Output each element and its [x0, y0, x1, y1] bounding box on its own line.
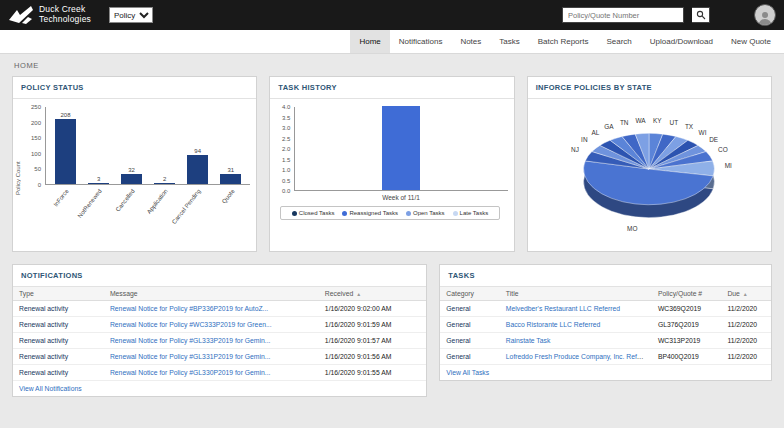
y-axis-label: Policy Count	[15, 107, 25, 249]
task-title-link[interactable]: Bacco Ristorante LLC Referred	[506, 321, 600, 328]
pie-label-mi: MI	[725, 162, 732, 169]
nav-item-home[interactable]: Home	[350, 30, 389, 53]
task-title-link[interactable]: Rainstate Task	[506, 337, 550, 344]
task-title-link[interactable]: Lofreddo Fresh Produce Company, Inc. Ref…	[506, 353, 652, 360]
cell-due: 11/2/2020	[721, 349, 771, 365]
legend-dot	[292, 211, 297, 216]
pie-label-ut: UT	[670, 119, 679, 126]
bar-inforce[interactable]	[55, 119, 76, 184]
nav-item-notifications[interactable]: Notifications	[390, 30, 452, 53]
x-tick-label: Quote	[221, 188, 236, 205]
policy-status-plot-area: 050100150200250 20833229431 InForceNotRe…	[25, 107, 250, 249]
y-tick-label: 3.5	[282, 115, 290, 121]
y-tick-label: 0.5	[282, 178, 290, 184]
y-tick-label: 2.0	[282, 146, 290, 152]
cell-message: Renewal Notice for Policy #GL331P2019 fo…	[104, 349, 319, 365]
notification-message-link[interactable]: Renewal Notice for Policy #BP336P2019 fo…	[110, 305, 268, 312]
view-all-notifications-link[interactable]: View All Notifications	[13, 381, 426, 396]
y-axis: 0.00.51.01.52.02.53.03.54.0	[272, 107, 294, 191]
cell-policy: WC313P2019	[652, 333, 721, 349]
cell-received: 1/16/2020 9:01:59 AM	[319, 317, 426, 333]
legend-item-late-tasks[interactable]: Late Tasks	[453, 210, 489, 216]
policy-quote-search-input[interactable]	[562, 7, 684, 23]
nav-item-search[interactable]: Search	[597, 30, 640, 53]
cell-title: Rainstate Task	[500, 333, 652, 349]
legend-item-open-tasks[interactable]: Open Tasks	[406, 210, 445, 216]
bar-week-of-11-1[interactable]	[382, 106, 420, 190]
brand-text: Duck Creek Technologies	[39, 5, 91, 25]
legend-item-reassigned-tasks[interactable]: Reassigned Tasks	[342, 210, 398, 216]
notification-message-link[interactable]: Renewal Notice for Policy #WC333P2019 fo…	[110, 321, 272, 328]
pie-label-ky: KY	[653, 117, 662, 124]
bar-cancelled[interactable]	[121, 174, 142, 184]
task-history-title: TASK HISTORY	[270, 77, 513, 99]
column-header-policy-quote[interactable]: Policy/Quote #	[652, 287, 721, 301]
main-content: POLICY STATUS Policy Count 0501001502002…	[0, 76, 784, 397]
bar-quote[interactable]	[220, 174, 241, 184]
y-tick-label: 250	[31, 104, 41, 110]
breadcrumb: HOME	[0, 54, 784, 76]
dashboard-bottom-row: NOTIFICATIONS TypeMessageReceived▲Renewa…	[12, 264, 772, 397]
search-button[interactable]	[692, 7, 710, 23]
bar-notrenewed[interactable]	[88, 183, 109, 184]
y-tick-label: 3.0	[282, 125, 290, 131]
notification-message-link[interactable]: Renewal Notice for Policy #GL330P2019 fo…	[110, 369, 271, 376]
notification-message-link[interactable]: Renewal Notice for Policy #GL331P2019 fo…	[110, 353, 271, 360]
notifications-panel: NOTIFICATIONS TypeMessageReceived▲Renewa…	[12, 264, 427, 397]
main-nav: HomeNotificationsNotesTasksBatch Reports…	[0, 30, 784, 54]
x-tick: NotRenewed	[81, 185, 114, 227]
y-axis: 050100150200250	[25, 107, 45, 185]
dashboard-top-row: POLICY STATUS Policy Count 0501001502002…	[12, 76, 772, 252]
column-header-title[interactable]: Title	[500, 287, 652, 301]
module-select[interactable]: Policy	[109, 7, 153, 23]
nav-item-tasks[interactable]: Tasks	[490, 30, 528, 53]
column-header-received[interactable]: Received▲	[319, 287, 426, 301]
legend-dot	[406, 211, 411, 216]
cell-title: Melvedber's Restaurant LLC Referred	[500, 301, 652, 317]
cell-title: Lofreddo Fresh Produce Company, Inc. Ref…	[500, 349, 652, 365]
column-header-due[interactable]: Due▲	[721, 287, 771, 301]
top-header: Duck Creek Technologies Policy	[0, 0, 784, 30]
cell-message: Renewal Notice for Policy #WC333P2019 fo…	[104, 317, 319, 333]
x-tick: Quote	[214, 185, 247, 227]
column-header-category[interactable]: Category	[440, 287, 500, 301]
cell-message: Renewal Notice for Policy #BP336P2019 fo…	[104, 301, 319, 317]
bar-application[interactable]	[154, 183, 175, 184]
task-history-panel: TASK HISTORY 0.00.51.01.52.02.53.03.54.0…	[269, 76, 514, 252]
table-row: Renewal activityRenewal Notice for Polic…	[13, 349, 426, 365]
bar-group: 94	[184, 148, 212, 184]
sort-icon[interactable]: ▲	[356, 291, 361, 297]
legend-dot	[453, 211, 458, 216]
nav-item-upload-download[interactable]: Upload/Download	[641, 30, 722, 53]
task-title-link[interactable]: Melvedber's Restaurant LLC Referred	[506, 305, 620, 312]
notification-message-link[interactable]: Renewal Notice for Policy #GL333P2019 fo…	[110, 337, 271, 344]
pie-label-tx: TX	[685, 123, 694, 130]
sort-icon[interactable]: ▲	[743, 291, 748, 297]
pie-chart: KYUTTXWIDECOMIMONJINALGATNWA	[530, 105, 768, 245]
avatar[interactable]	[754, 4, 776, 26]
duck-creek-logo-icon	[8, 5, 34, 25]
x-tick-label: InForce	[52, 188, 69, 208]
nav-item-batch-reports[interactable]: Batch Reports	[529, 30, 598, 53]
cell-received: 1/16/2020 9:01:57 AM	[319, 333, 426, 349]
cell-category: General	[440, 301, 500, 317]
y-tick-label: 4.0	[282, 104, 290, 110]
column-header-type[interactable]: Type	[13, 287, 104, 301]
cell-type: Renewal activity	[13, 349, 104, 365]
table-row: Renewal activityRenewal Notice for Polic…	[13, 365, 426, 381]
task-history-plot-area: 0.00.51.01.52.02.53.03.54.0 Week of 11/1…	[272, 107, 507, 249]
view-all-tasks-link[interactable]: View All Tasks	[440, 365, 771, 380]
nav-item-new-quote[interactable]: New Quote	[722, 30, 780, 53]
y-tick-label: 1.5	[282, 157, 290, 163]
task-history-chart: 0.00.51.01.52.02.53.03.54.0 Week of 11/1…	[270, 99, 513, 251]
bar-value-label: 32	[128, 167, 135, 173]
column-header-message[interactable]: Message	[104, 287, 319, 301]
bar-cancel-pending[interactable]	[187, 155, 208, 184]
pie-label-al: AL	[592, 129, 600, 136]
legend-item-closed-tasks[interactable]: Closed Tasks	[292, 210, 335, 216]
pie-label-de: DE	[710, 136, 720, 143]
app-root: Duck Creek Technologies Policy HomeNotif…	[0, 0, 784, 397]
nav-item-notes[interactable]: Notes	[451, 30, 490, 53]
inforce-by-state-chart: KYUTTXWIDECOMIMONJINALGATNWA	[528, 99, 771, 251]
bar-value-label: 3	[97, 176, 100, 182]
